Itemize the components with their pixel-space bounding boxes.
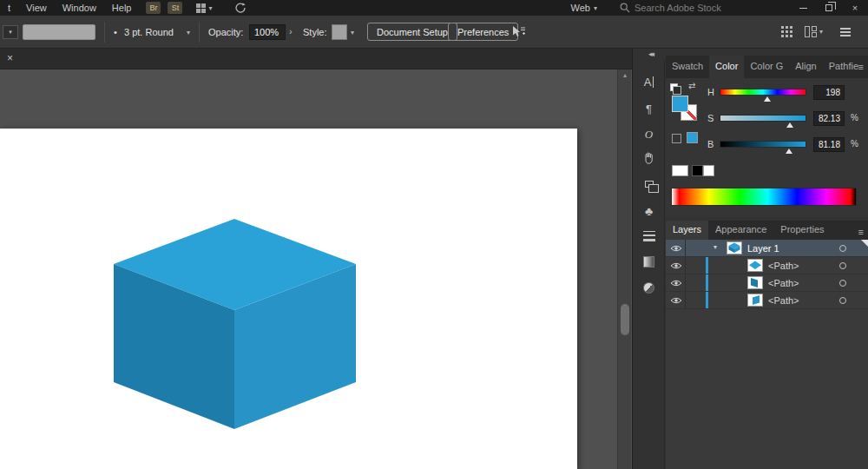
restore-icon (825, 4, 832, 11)
brightness-slider[interactable] (720, 141, 806, 148)
target-circle-icon[interactable] (839, 262, 846, 269)
saturation-slider-thumb[interactable] (786, 119, 793, 128)
color-spectrum-bar[interactable] (671, 188, 857, 206)
target-circle-icon[interactable] (839, 245, 846, 252)
swap-fill-stroke-icon[interactable]: ⇄ (688, 81, 695, 90)
select-similar-icon[interactable] (510, 24, 526, 41)
menu-item-help[interactable]: Help (104, 0, 140, 16)
hue-slider[interactable] (720, 89, 806, 96)
expand-chevron-icon[interactable]: ▾ (713, 243, 717, 251)
white-swatch[interactable] (703, 165, 714, 176)
hue-value-field[interactable]: 198 (813, 85, 845, 100)
path-thumbnail[interactable] (747, 259, 763, 272)
separator (199, 22, 200, 43)
scroll-up-icon[interactable]: ▴ (618, 71, 632, 79)
brush-dropdown-icon[interactable]: ▾ (187, 29, 190, 36)
preferences-button[interactable]: Preferences (448, 23, 518, 41)
tab-color-guide[interactable]: Color G (744, 56, 789, 78)
brightness-value-field[interactable]: 81.18 (813, 137, 845, 152)
layer-name[interactable]: Layer 1 (747, 243, 779, 254)
style-dropdown-icon[interactable]: ▾ (351, 29, 354, 36)
collapse-dock-icon[interactable]: ◂◂ (648, 50, 653, 58)
style-swatch[interactable] (332, 24, 347, 40)
path-name[interactable]: <Path> (768, 278, 799, 288)
none-swatch[interactable] (672, 165, 688, 176)
chevron-down-icon: ▾ (208, 4, 212, 12)
control-panel-menu-icon[interactable] (840, 28, 851, 36)
color-mode-icon[interactable] (672, 134, 681, 143)
visibility-eye-icon[interactable] (670, 261, 682, 272)
vertical-scrollbar[interactable]: ▴ (617, 69, 631, 469)
gradient-panel-icon[interactable] (633, 256, 665, 268)
document-setup-button[interactable]: Document Setup (367, 23, 457, 41)
path-name[interactable]: <Path> (768, 261, 799, 271)
stroke-profile-field[interactable] (23, 24, 95, 40)
target-circle-icon[interactable] (839, 280, 846, 287)
tab-align[interactable]: Align (789, 56, 822, 78)
character-panel-icon[interactable]: A (633, 76, 665, 88)
workspace-switcher-dropdown[interactable]: ▾ (196, 3, 212, 13)
path-row[interactable]: <Path> (666, 274, 868, 292)
layer-row[interactable]: ▾ Layer 1 (666, 240, 868, 257)
document-close-icon[interactable]: × (7, 52, 13, 64)
glyphs-panel-icon[interactable] (633, 152, 665, 164)
artboards-panel-icon[interactable] (633, 181, 665, 188)
canvas-area[interactable]: ▴ (0, 69, 632, 469)
symbols-panel-icon[interactable]: ♣ (633, 204, 665, 218)
bridge-icon[interactable]: Br (146, 2, 161, 14)
menu-item-truncated[interactable]: t (0, 0, 18, 16)
layers-panel-tabs: Layers Appearance Properties ≡ (666, 221, 868, 240)
opacity-expand-icon[interactable]: › (289, 26, 293, 36)
opentype-panel-icon[interactable]: O (633, 128, 665, 142)
path-thumbnail[interactable] (747, 276, 763, 289)
black-swatch[interactable] (692, 165, 703, 176)
tab-properties[interactable]: Properties (773, 221, 831, 240)
path-name[interactable]: <Path> (768, 295, 799, 306)
transparency-panel-icon[interactable] (633, 282, 665, 294)
search-input[interactable] (635, 3, 756, 13)
touch-workspace-icon[interactable] (234, 2, 247, 14)
brightness-label: B (707, 139, 713, 149)
workspace-web-dropdown[interactable]: Web ▾ (571, 3, 597, 13)
saturation-slider[interactable] (720, 115, 806, 122)
path-thumbnail[interactable] (747, 294, 763, 307)
stroke-panel-icon[interactable] (633, 231, 665, 241)
arrange-documents-dropdown[interactable]: ▾ (805, 26, 823, 37)
path-row[interactable]: <Path> (666, 292, 868, 309)
paragraph-panel-icon[interactable]: ¶ (633, 102, 665, 116)
tab-swatches[interactable]: Swatch (666, 56, 709, 78)
scrollbar-thumb[interactable] (621, 304, 629, 335)
brightness-slider-thumb[interactable] (786, 145, 792, 154)
cube-artwork[interactable] (0, 69, 632, 469)
default-fill-stroke-icon[interactable] (670, 83, 678, 91)
visibility-eye-icon[interactable] (670, 244, 682, 254)
stock-icon[interactable]: St (168, 2, 182, 14)
saturation-unit: % (851, 113, 858, 122)
opacity-value-field[interactable]: 100% (249, 24, 286, 40)
minimize-button[interactable] (790, 0, 816, 16)
selection-color-bar (706, 257, 708, 274)
target-circle-icon[interactable] (839, 297, 846, 304)
close-button[interactable]: × (842, 0, 868, 16)
panel-menu-icon[interactable]: ≡ (858, 62, 864, 72)
current-color-swatch[interactable] (687, 132, 698, 143)
hue-slider-thumb[interactable] (764, 93, 771, 102)
path-row[interactable]: <Path> (666, 257, 868, 274)
visibility-eye-icon[interactable] (670, 296, 682, 307)
transform-grid-icon[interactable] (781, 26, 792, 39)
tab-appearance[interactable]: Appearance (708, 221, 773, 240)
restore-button[interactable] (816, 0, 842, 16)
fill-dropdown[interactable]: ▾ (3, 25, 18, 39)
tab-layers[interactable]: Layers (666, 221, 708, 240)
tab-color[interactable]: Color (709, 56, 744, 78)
fill-proxy-swatch[interactable] (672, 96, 688, 112)
selection-color-bar (706, 292, 708, 308)
panel-menu-icon[interactable]: ≡ (858, 227, 864, 237)
menu-item-window[interactable]: Window (55, 0, 104, 16)
layer-thumbnail[interactable] (727, 241, 742, 254)
visibility-eye-icon[interactable] (670, 279, 682, 289)
adobe-stock-search[interactable] (620, 3, 767, 13)
brush-definition-label[interactable]: 3 pt. Round (124, 27, 174, 37)
saturation-value-field[interactable]: 82.13 (813, 111, 845, 126)
menu-item-view[interactable]: View (18, 0, 55, 16)
